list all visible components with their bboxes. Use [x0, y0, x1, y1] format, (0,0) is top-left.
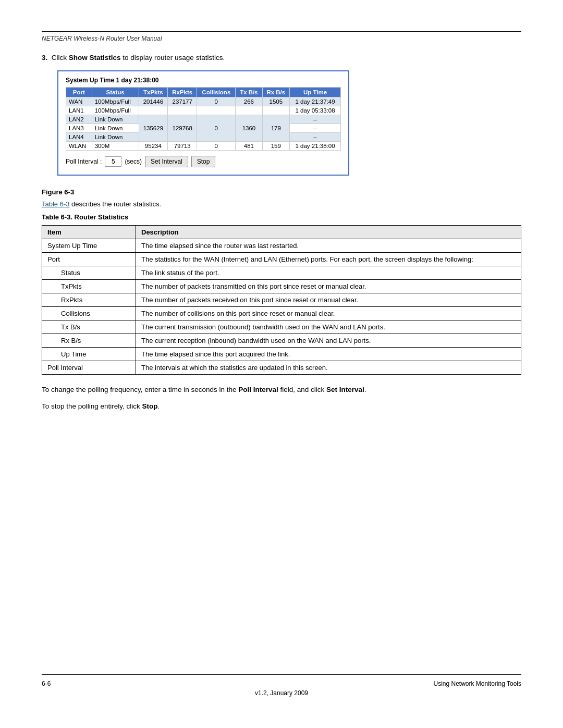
stats-table-row: Tx B/s The current transmission (outboun… — [42, 320, 521, 334]
poll-interval-input[interactable] — [105, 156, 121, 167]
stats-table: Port Status TxPkts RxPkts Collisions Tx … — [66, 87, 341, 151]
description-cell: The intervals at which the statistics ar… — [136, 361, 521, 375]
col-txbs: Tx B/s — [236, 88, 262, 97]
set-interval-button[interactable]: Set Interval — [145, 156, 188, 167]
table-caption: Table 6-3. Router Statistics — [42, 213, 521, 221]
table-row: LAN2 Link Down 135629 129768 0 1360 179 … — [66, 115, 341, 124]
router-screenshot: System Up Time 1 day 21:38:00 Port Statu… — [57, 70, 349, 176]
col-txpkts: TxPkts — [139, 88, 167, 97]
col-rxpkts: RxPkts — [168, 88, 197, 97]
stats-table-row: Status The link status of the port. — [42, 266, 521, 280]
col-collisions: Collisions — [197, 88, 236, 97]
stats-table-row: Up Time The time elapsed since this port… — [42, 348, 521, 361]
header-title: NETGEAR Wireless-N Router User Manual — [42, 35, 521, 42]
stop-button[interactable]: Stop — [191, 156, 216, 167]
secs-label: (secs) — [125, 158, 142, 165]
table-row: WLAN300M952347971304811591 day 21:38:00 — [66, 142, 341, 151]
footer-center: v1.2, January 2009 — [42, 689, 521, 697]
stats-col-description: Description — [136, 226, 521, 239]
item-cell: Poll Interval — [42, 361, 136, 375]
description-cell: The current reception (inbound) bandwidt… — [136, 334, 521, 348]
description-cell: The number of packets transmitted on thi… — [136, 280, 521, 293]
col-port: Port — [66, 88, 92, 97]
body-paragraph-2: To stop the polling entirely, click Stop… — [42, 401, 521, 412]
footer-right: Using Network Monitoring Tools — [433, 680, 521, 687]
description-cell: The link status of the port. — [136, 266, 521, 280]
item-cell: TxPkts — [42, 280, 136, 293]
poll-interval-label: Poll Interval : — [66, 158, 102, 165]
stats-table-row: TxPkts The number of packets transmitted… — [42, 280, 521, 293]
stats-table-row: Rx B/s The current reception (inbound) b… — [42, 334, 521, 348]
table-row: WAN100Mbps/Full201446237177026615051 day… — [66, 97, 341, 106]
table-row: LAN1100Mbps/Full1 day 05:33:08 — [66, 106, 341, 115]
item-cell: RxPkts — [42, 293, 136, 307]
router-stats-table: Item Description System Up Time The time… — [42, 225, 521, 375]
item-cell: Status — [42, 266, 136, 280]
step-intro: 3. Click Show Statistics to display rout… — [42, 53, 521, 63]
description-cell: The number of packets received on this p… — [136, 293, 521, 307]
description-cell: The statistics for the WAN (Internet) an… — [136, 253, 521, 266]
table-ref-link[interactable]: Table 6-3 — [42, 200, 69, 208]
description-cell: The time elapsed since the router was la… — [136, 239, 521, 253]
header-rule — [42, 31, 521, 32]
figure-label: Figure 6-3 — [42, 188, 521, 196]
description-cell: The time elapsed since this port acquire… — [136, 348, 521, 361]
item-cell: Collisions — [42, 307, 136, 320]
stats-table-row: System Up Time The time elapsed since th… — [42, 239, 521, 253]
stats-table-row: Poll Interval The intervals at which the… — [42, 361, 521, 375]
col-status: Status — [92, 88, 139, 97]
footer-left: 6-6 — [42, 680, 51, 687]
stats-table-row: Port The statistics for the WAN (Interne… — [42, 253, 521, 266]
item-cell: System Up Time — [42, 239, 136, 253]
col-rxbs: Rx B/s — [262, 88, 290, 97]
poll-interval-row: Poll Interval : (secs) Set Interval Stop — [66, 156, 341, 167]
item-cell: Rx B/s — [42, 334, 136, 348]
item-cell: Up Time — [42, 348, 136, 361]
footer-rule — [42, 674, 521, 675]
stats-table-row: RxPkts The number of packets received on… — [42, 293, 521, 307]
body-paragraph-1: To change the polling frequency, enter a… — [42, 384, 521, 396]
description-cell: The current transmission (outbound) band… — [136, 320, 521, 334]
table-ref-line: Table 6-3 describes the router statistic… — [42, 200, 521, 208]
description-cell: The number of collisions on this port si… — [136, 307, 521, 320]
item-cell: Port — [42, 253, 136, 266]
table-ref-rest: describes the router statistics. — [69, 200, 161, 208]
system-uptime-label: System Up Time 1 day 21:38:00 — [66, 77, 341, 84]
item-cell: Tx B/s — [42, 320, 136, 334]
stats-table-row: Collisions The number of collisions on t… — [42, 307, 521, 320]
col-uptime: Up Time — [290, 88, 341, 97]
stats-col-item: Item — [42, 226, 136, 239]
footer-content: 6-6 Using Network Monitoring Tools — [42, 680, 521, 687]
step-number: 3. Click Show Statistics to display rout… — [42, 54, 225, 61]
